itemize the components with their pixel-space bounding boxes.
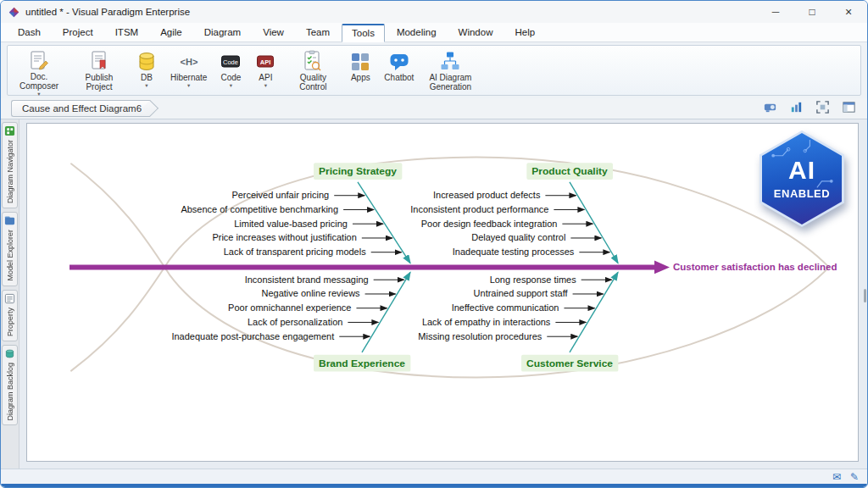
cause-label[interactable]: Lack of personalization — [248, 317, 342, 327]
diagram-canvas[interactable]: Perceived unfair pricingAbsence of compe… — [26, 123, 859, 462]
fishbone-diagram[interactable]: Perceived unfair pricingAbsence of compe… — [27, 124, 858, 461]
hibernate-button[interactable]: <H>Hibernate▾ — [167, 47, 210, 93]
category-label[interactable]: Product Quality — [531, 165, 608, 177]
tool-label: Hibernate — [170, 73, 207, 82]
bone-line[interactable] — [570, 182, 618, 263]
tabbar-right-icons — [761, 100, 857, 117]
bone-line[interactable] — [362, 272, 410, 352]
circuit-decoration-icon — [762, 133, 842, 225]
svg-text:<H>: <H> — [180, 57, 198, 67]
tool-label: Chatbot — [384, 73, 414, 82]
cause-label[interactable]: Price increases without justification — [212, 232, 356, 242]
menu-item-project[interactable]: Project — [53, 24, 103, 42]
app-logo-icon — [8, 7, 19, 18]
panel-layout-button[interactable] — [840, 100, 857, 117]
code-button[interactable]: CodeCode▾ — [216, 47, 245, 93]
tool-label: Publish Project — [75, 73, 123, 92]
doc-composer-icon — [28, 50, 50, 72]
menu-item-tools[interactable]: Tools — [342, 24, 385, 42]
statusbar-icons: ✉✎ — [832, 472, 859, 482]
ribbon-toolbar: Doc. Composer▾Publish ProjectDB▾<H>Hiber… — [7, 45, 861, 96]
cause-label[interactable]: Delayed quality control — [471, 232, 565, 242]
sidebar-tab-model-explorer[interactable]: Model Explorer — [2, 212, 18, 286]
sidebar-tab-property[interactable]: Property — [2, 290, 18, 341]
chart-button[interactable] — [787, 100, 804, 117]
category-label[interactable]: Pricing Strategy — [319, 165, 397, 177]
cause-label[interactable]: Increased product defects — [433, 190, 541, 200]
status-bar: ✉✎ — [1, 469, 867, 484]
cause-label[interactable]: Inconsistent brand messaging — [245, 274, 369, 285]
present-diagram-button[interactable] — [761, 100, 778, 117]
main-area: Diagram NavigatorModel ExplorerPropertyD… — [1, 119, 867, 469]
db-icon — [136, 50, 158, 73]
category-label[interactable]: Brand Experience — [319, 358, 405, 369]
maximize-button[interactable]: □ — [797, 3, 827, 20]
menu-item-modeling[interactable]: Modeling — [387, 24, 447, 42]
cause-label[interactable]: Inadequate testing processes — [453, 247, 575, 257]
sidebar-tab-diagram-backlog[interactable]: Diagram Backlog — [2, 345, 18, 426]
menu-item-view[interactable]: View — [253, 24, 294, 42]
cause-label[interactable]: Negative online reviews — [262, 288, 361, 298]
cause-label[interactable]: Ineffective communication — [452, 302, 559, 313]
cause-label[interactable]: Lack of empathy in interactions — [422, 317, 551, 327]
chatbot-button[interactable]: Chatbot — [381, 47, 417, 93]
cause-label[interactable]: Poor design feedback integration — [421, 219, 558, 229]
doc-composer-button[interactable]: Doc. Composer▾ — [12, 47, 66, 93]
publish-project-button[interactable]: Publish Project — [72, 47, 126, 93]
diagram-tab-title: Cause and Effect Diagram6 — [22, 103, 142, 114]
tool-label: Apps — [351, 73, 370, 82]
menu-item-window[interactable]: Window — [448, 24, 504, 42]
cause-label[interactable]: Long response times — [490, 274, 577, 285]
api-button[interactable]: APIAPI▾ — [251, 47, 280, 93]
category-label[interactable]: Customer Service — [526, 358, 613, 369]
quality-control-button[interactable]: Quality Control — [286, 47, 340, 93]
sidebar-tab-label: Model Explorer — [6, 230, 14, 281]
minimize-button[interactable]: ─ — [760, 3, 791, 20]
menu-bar: DashProjectITSMAgileDiagramViewTeamTools… — [1, 23, 867, 42]
menu-item-agile[interactable]: Agile — [150, 24, 192, 42]
scrollbar-thumb[interactable] — [864, 289, 866, 302]
cause-label[interactable]: Limited value-based pricing — [234, 219, 348, 229]
menu-item-diagram[interactable]: Diagram — [194, 24, 251, 42]
ai-diagram-button[interactable]: AI Diagram Generation — [423, 47, 477, 93]
ai-enabled-badge: AI ENABLED — [760, 130, 844, 227]
diagram-backlog-icon — [4, 348, 15, 359]
diagram-tab[interactable]: Cause and Effect Diagram6 — [11, 100, 150, 117]
cause-label[interactable]: Missing resolution procedures — [418, 331, 542, 341]
apps-button[interactable]: Apps — [346, 47, 375, 93]
cause-label[interactable]: Poor omnichannel experience — [228, 302, 351, 313]
menu-item-team[interactable]: Team — [296, 24, 340, 42]
tool-label: API — [259, 73, 272, 82]
ai-diagram-icon — [439, 50, 461, 73]
cause-label[interactable]: Perceived unfair pricing — [231, 190, 329, 200]
menu-item-dash[interactable]: Dash — [8, 24, 51, 42]
apps-icon — [349, 50, 371, 73]
svg-text:Code: Code — [223, 58, 238, 65]
effect-label[interactable]: Customer satisfaction has declined — [673, 262, 837, 272]
sidebar-tab-label: Diagram Navigator — [6, 140, 14, 203]
menu-item-itsm[interactable]: ITSM — [105, 24, 148, 42]
db-button[interactable]: DB▾ — [132, 47, 161, 93]
bone-line[interactable] — [570, 272, 618, 352]
cause-label[interactable]: Lack of transparent pricing models — [224, 247, 367, 257]
window-title: untitled * - Visual Paradigm Enterprise — [25, 7, 190, 17]
chatbot-icon — [388, 50, 410, 73]
app-window: untitled * - Visual Paradigm Enterprise … — [0, 0, 868, 488]
fit-frame-icon — [815, 100, 830, 118]
edit-icon[interactable]: ✎ — [850, 472, 859, 482]
fit-frame-button[interactable] — [814, 100, 831, 117]
chevron-down-icon: ▾ — [230, 83, 232, 89]
mail-icon[interactable]: ✉ — [832, 472, 841, 482]
property-icon — [4, 293, 15, 304]
present-diagram-icon — [763, 100, 777, 118]
cause-label[interactable]: Inconsistent product performance — [410, 204, 548, 214]
publish-project-icon — [88, 50, 110, 73]
sidebar-tab-diagram-navigator[interactable]: Diagram Navigator — [2, 122, 18, 208]
cause-label[interactable]: Untrained support staff — [474, 288, 569, 298]
cause-label[interactable]: Inadequate post-purchase engagement — [171, 331, 334, 341]
menu-item-help[interactable]: Help — [504, 24, 545, 42]
cause-label[interactable]: Absence of competitive benchmarking — [181, 204, 338, 214]
chart-icon — [789, 100, 804, 118]
close-button[interactable]: × — [833, 3, 864, 21]
sidebar-tab-label: Property — [6, 308, 14, 336]
